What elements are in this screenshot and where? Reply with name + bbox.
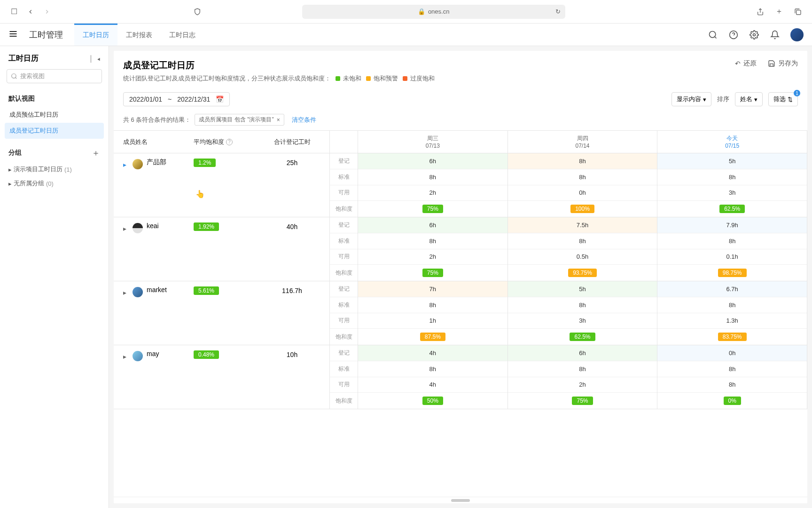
url-bar[interactable]: 🔒 ones.cn ↻	[302, 5, 565, 19]
group-item[interactable]: ▸ 演示项目工时日历 (1)	[5, 162, 104, 176]
main-content: 成员登记工时日历 统计团队登记工时及成员登记工时饱和度情况，分三种状态展示成员饱…	[114, 51, 807, 503]
saturation-cell: 93.75%	[508, 265, 657, 281]
metric-label: 饱和度	[330, 201, 358, 217]
expand-icon[interactable]: ▸	[123, 353, 129, 360]
share-icon[interactable]	[756, 7, 765, 16]
metric-label: 标准	[330, 233, 358, 249]
menu-icon[interactable]	[8, 29, 20, 40]
svg-point-9	[753, 33, 756, 36]
default-view-label: 默认视图	[5, 91, 104, 107]
clear-filters-link[interactable]: 清空条件	[292, 116, 316, 124]
registered-cell[interactable]: 8h	[508, 153, 657, 169]
svg-line-6	[715, 36, 717, 38]
col-total: 合计登记工时	[255, 138, 329, 146]
metric-label: 登记	[330, 153, 358, 169]
day-column: 周三07/136h8h2h75%6h8h2h75%7h8h1h87.5%4h8h…	[358, 131, 508, 409]
metric-label: 可用	[330, 313, 358, 329]
calendar-icon: 📅	[216, 95, 224, 103]
registered-cell[interactable]: 7.5h	[508, 217, 657, 233]
filter-button[interactable]: 筛选 ⇅	[768, 92, 798, 106]
legend-red-icon	[403, 76, 407, 81]
saturation-badge: 5.61%	[194, 286, 219, 295]
tab-1[interactable]: 工时报表	[117, 24, 161, 46]
tab-2[interactable]: 工时日志	[161, 24, 204, 46]
standard-cell: 8h	[657, 233, 807, 249]
app-title: 工时管理	[29, 29, 63, 40]
registered-cell[interactable]: 6h	[508, 345, 657, 361]
available-cell: 8h	[657, 377, 807, 393]
sort-label: 排序	[717, 95, 729, 103]
group-item[interactable]: ▸ 无所属分组 (0)	[5, 176, 104, 190]
metric-label: 可用	[330, 249, 358, 265]
gear-icon[interactable]	[749, 30, 759, 40]
save-as-button[interactable]: 另存为	[768, 59, 798, 68]
saturation-badge: 1.92%	[194, 222, 219, 231]
col-name: 成员姓名	[114, 138, 194, 146]
registered-cell[interactable]: 5h	[508, 281, 657, 297]
registered-cell[interactable]: 0h	[657, 345, 807, 361]
saturation-badge: 1.2%	[194, 159, 216, 167]
registered-cell[interactable]: 5h	[657, 153, 807, 169]
forward-icon[interactable]	[42, 7, 52, 16]
metric-label: 登记	[330, 217, 358, 233]
search-input[interactable]: 搜索视图	[7, 69, 102, 83]
registered-cell[interactable]: 7.9h	[657, 217, 807, 233]
saturation-cell: 100%	[508, 201, 657, 217]
day-column: 今天07/155h8h3h62.5%7.9h8h0.1h98.75%6.7h8h…	[657, 131, 807, 409]
standard-cell: 8h	[508, 297, 657, 313]
back-icon[interactable]	[26, 7, 35, 16]
search-icon[interactable]	[708, 30, 718, 40]
chevron-down-icon: ▾	[703, 96, 706, 103]
collapse-sidebar-icon[interactable]: ⎸◂	[91, 55, 100, 63]
add-group-icon[interactable]: ＋	[92, 147, 100, 159]
saturation-cell: 75%	[508, 393, 657, 409]
registered-cell[interactable]: 6.7h	[657, 281, 807, 297]
refresh-icon[interactable]: ↻	[555, 8, 561, 15]
user-avatar[interactable]	[790, 28, 804, 41]
chevron-right-icon: ▸	[8, 180, 12, 187]
expand-icon[interactable]: ▸	[123, 225, 129, 232]
day-header: 周三07/13	[358, 131, 508, 153]
metric-label: 饱和度	[330, 393, 358, 409]
shield-icon[interactable]	[193, 7, 202, 16]
metric-label: 标准	[330, 361, 358, 377]
registered-cell[interactable]: 6h	[358, 217, 508, 233]
expand-icon[interactable]: ▸	[123, 161, 129, 168]
tabs-overview-icon[interactable]	[793, 7, 803, 16]
help-icon[interactable]	[728, 30, 739, 40]
avatar	[133, 351, 143, 361]
saturation-cell: 0%	[657, 393, 807, 409]
registered-cell[interactable]: 7h	[358, 281, 508, 297]
metric-label: 可用	[330, 377, 358, 393]
date-range-picker[interactable]: 2022/01/01 ~ 2022/12/31 📅	[123, 92, 230, 106]
saturation-cell: 62.5%	[657, 201, 807, 217]
bell-icon[interactable]	[770, 30, 780, 40]
close-icon[interactable]: ×	[277, 117, 280, 123]
saturation-cell: 87.5%	[358, 329, 508, 345]
view-item[interactable]: 成员登记工时日历	[5, 123, 104, 139]
new-tab-icon[interactable]: ＋	[774, 7, 784, 16]
tab-0[interactable]: 工时日历	[74, 24, 117, 46]
view-item[interactable]: 成员预估工时日历	[5, 107, 104, 123]
metric-label: 标准	[330, 169, 358, 185]
filter-chip[interactable]: 成员所属项目 包含 "演示项目"×	[195, 114, 284, 126]
available-cell: 0.5h	[508, 249, 657, 265]
reset-button[interactable]: ↶ 还原	[735, 59, 757, 68]
available-cell: 3h	[508, 313, 657, 329]
standard-cell: 8h	[508, 233, 657, 249]
display-content-button[interactable]: 显示内容 ▾	[671, 92, 711, 106]
total-hours: 25h	[255, 153, 329, 217]
help-icon[interactable]: ?	[226, 139, 233, 145]
registered-cell[interactable]: 6h	[358, 153, 508, 169]
saturation-cell: 98.75%	[657, 265, 807, 281]
sidebar-toggle-icon[interactable]: ☐	[9, 7, 19, 16]
member-row: ▸产品部1.2%25h	[114, 153, 329, 217]
total-hours: 10h	[255, 345, 329, 409]
member-name: may	[147, 350, 159, 357]
expand-icon[interactable]: ▸	[123, 289, 129, 296]
member-name: market	[147, 286, 167, 294]
sort-select[interactable]: 姓名 ▾	[735, 92, 763, 106]
registered-cell[interactable]: 4h	[358, 345, 508, 361]
chevron-right-icon: ▸	[8, 166, 12, 173]
horizontal-scrollbar[interactable]	[114, 497, 807, 503]
